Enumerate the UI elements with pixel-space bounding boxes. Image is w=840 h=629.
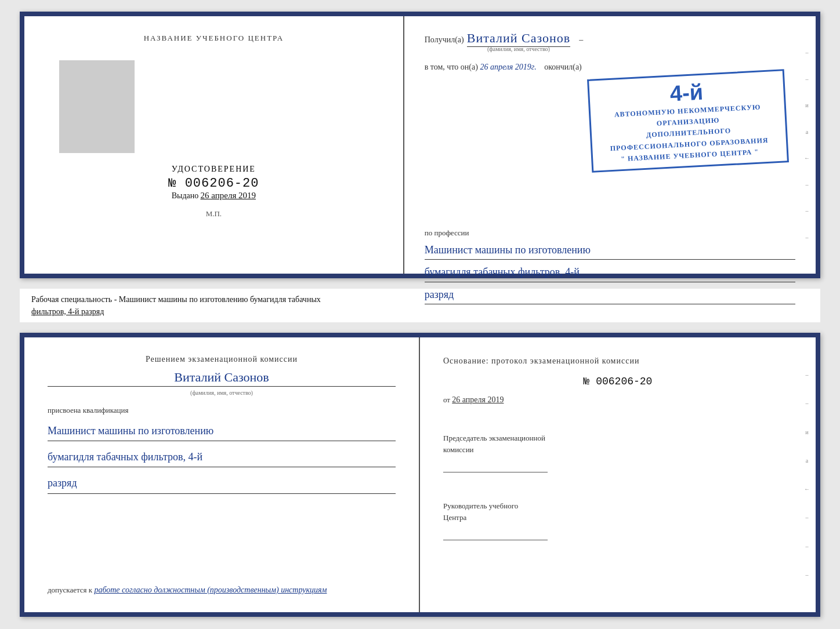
rukovoditel-label: Руководитель учебного Центра (443, 500, 792, 523)
mp-label: М.П. (206, 209, 222, 219)
cert-bottom-right: Основание: протокол экзаменационной коми… (420, 337, 816, 612)
top-section-title: НАЗВАНИЕ УЧЕБНОГО ЦЕНТРА (144, 34, 284, 43)
left-arrow: ← (801, 155, 813, 161)
vydano-label: Выдано (172, 191, 199, 200)
vydano-date: 26 апреля 2019 (201, 191, 256, 200)
i-char: и (801, 102, 813, 108)
predsedatel-block: Председатель экзаменационной комиссии (443, 432, 792, 472)
profession-section-top: по профессии Машинист машины по изготовл… (425, 194, 795, 304)
stamp-block: 4-й АВТОНОМНУЮ НЕКОММЕРЧЕСКУЮ ОРГАНИЗАЦИ… (587, 69, 789, 173)
a-char-b: а (801, 457, 813, 464)
udostoverenie-block: УДОСТОВЕРЕНИЕ № 006206-20 (168, 165, 259, 191)
left-arrow-b: ← (801, 486, 813, 492)
dopuskaetsya-text: работе согласно должностным (производств… (94, 586, 327, 594)
dash5: – (801, 234, 813, 241)
cert-top-right: Получил(а) Виталий Сазонов (фамилия, имя… (404, 16, 816, 274)
vydano-line: Выдано 26 апреля 2019 (172, 191, 256, 206)
dash-b4: – (801, 543, 813, 550)
middle-text-line1: Рабочая специальность - Машинист машины … (31, 295, 321, 304)
decision-text: Решением экзаменационной комиссии (48, 355, 396, 364)
photo-placeholder (59, 60, 135, 153)
dopuskaetsya-label: допускается к (48, 586, 92, 594)
dash-b1: – (801, 372, 813, 378)
dash1: – (801, 49, 813, 56)
cert-number-top: № 006206-20 (168, 176, 259, 191)
ot-date: 26 апреля 2019 (452, 395, 504, 404)
dash3: – (801, 181, 813, 188)
poluchil-line: Получил(а) Виталий Сазонов (фамилия, имя… (425, 31, 795, 52)
profession-line1-top: Машинист машины по изготовлению (425, 241, 795, 260)
v-tom-line: в том, что он(а) 26 апреля 2019г. окончи… (425, 63, 795, 72)
certificate-bottom: Решением экзаменационной комиссии Витали… (20, 333, 820, 617)
osnovanie-text: Основание: протокол экзаменационной коми… (443, 355, 792, 368)
cert-top-left: НАЗВАНИЕ УЧЕБНОГО ЦЕНТРА УДОСТОВЕРЕНИЕ №… (24, 16, 404, 274)
poluchil-label: Получил(а) (425, 35, 464, 45)
v-tom-label: в том, что он(а) (425, 63, 478, 71)
profession-line2-top: бумагидля табачных фильтров, 4-й (425, 263, 795, 282)
recipient-name-bottom: Виталий Сазонов (48, 370, 396, 387)
prisvoena-text: присвоена квалификация (48, 406, 396, 415)
dopuskaetsya-line: допускается к работе согласно должностны… (48, 586, 396, 595)
ot-label: от (443, 395, 450, 404)
name-block-bottom: Виталий Сазонов (фамилия, имя, отчество) (48, 370, 396, 397)
right-strip-bottom: – – и а ← – – – (801, 337, 813, 612)
protocol-number: № 006206-20 (443, 376, 792, 387)
profession-line3-top: разряд (425, 285, 795, 304)
completion-date: 26 апреля 2019г. (480, 63, 536, 71)
rukovoditel-block: Руководитель учебного Центра (443, 500, 792, 540)
dash-b2: – (801, 400, 813, 406)
dash2: – (801, 76, 813, 82)
name-sublabel-bottom: (фамилия, имя, отчество) (190, 390, 253, 396)
certificate-top: НАЗВАНИЕ УЧЕБНОГО ЦЕНТРА УДОСТОВЕРЕНИЕ №… (20, 12, 820, 278)
right-strip-top: – – и а ← – – – (801, 16, 813, 274)
ot-line: от 26 апреля 2019 (443, 395, 792, 405)
udostoverenie-label: УДОСТОВЕРЕНИЕ (168, 165, 259, 174)
a-char: а (801, 129, 813, 135)
i-char-b: и (801, 429, 813, 435)
qualification-line2: бумагидля табачных фильтров, 4-й (48, 447, 396, 467)
dash4: – (801, 208, 813, 214)
qualification-line1: Машинист машины по изготовлению (48, 421, 396, 441)
qualification-line3: разряд (48, 473, 396, 493)
dash-b3: – (801, 514, 813, 521)
predsedatel-signature-line (443, 461, 548, 472)
middle-text-line2: фильтров, 4-й разряд (31, 307, 104, 316)
cert-bottom-left: Решением экзаменационной комиссии Витали… (24, 337, 420, 612)
dash-b5: – (801, 572, 813, 578)
recipient-name-top: Виталий Сазонов (467, 31, 570, 47)
rukovoditel-signature-line (443, 529, 548, 540)
profession-label-top: по профессии (425, 228, 795, 238)
predsedatel-label: Председатель экзаменационной комиссии (443, 432, 792, 455)
dash-after-name: – (579, 35, 583, 45)
okonchil-label: окончил(а) (544, 63, 582, 71)
